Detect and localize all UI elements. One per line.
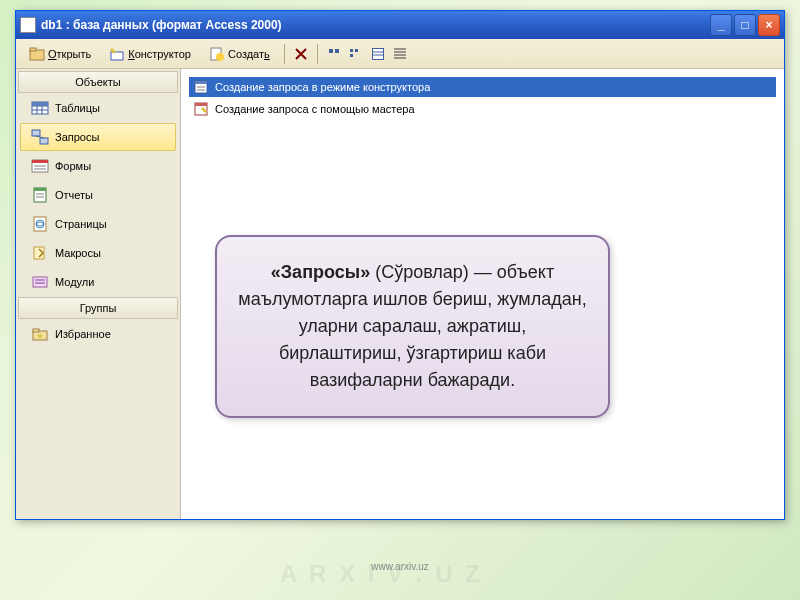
sidebar-item-label: Отчеты xyxy=(55,189,93,201)
sidebar-item-macros[interactable]: Макросы xyxy=(20,239,176,267)
open-icon xyxy=(29,46,45,62)
macro-icon xyxy=(31,245,49,261)
sidebar: Объекты Таблицы Запросы Формы xyxy=(16,69,181,519)
create-label: Создать xyxy=(228,48,270,60)
toolbar-separator xyxy=(284,44,285,64)
toolbar: Открыть Конструктор Создать xyxy=(16,39,784,69)
titlebar: db1 : база данных (формат Access 2000) _… xyxy=(16,11,784,39)
svg-rect-11 xyxy=(373,49,383,59)
app-icon xyxy=(20,17,36,33)
svg-rect-48 xyxy=(195,103,207,106)
sidebar-item-favorites[interactable]: Избранное xyxy=(20,320,176,348)
sidebar-item-queries[interactable]: Запросы xyxy=(20,123,176,151)
svg-rect-25 xyxy=(40,138,48,144)
svg-rect-30 xyxy=(34,168,46,170)
report-icon xyxy=(31,187,49,203)
footer-url: www.arxiv.uz xyxy=(371,561,429,572)
create-icon xyxy=(209,46,225,62)
form-icon xyxy=(31,158,49,174)
query-icon xyxy=(31,129,49,145)
svg-rect-29 xyxy=(34,165,46,167)
design-icon xyxy=(109,46,125,62)
sidebar-item-label: Таблицы xyxy=(55,102,100,114)
sidebar-item-label: Формы xyxy=(55,160,91,172)
create-query-wizard-item[interactable]: Создание запроса с помощью мастера xyxy=(189,99,776,119)
sidebar-item-label: Избранное xyxy=(55,328,111,340)
favorites-icon xyxy=(31,326,49,342)
sidebar-item-modules[interactable]: Модули xyxy=(20,268,176,296)
maximize-button[interactable]: □ xyxy=(734,14,756,36)
sidebar-item-pages[interactable]: Страницы xyxy=(20,210,176,238)
large-icons-view-icon[interactable] xyxy=(327,47,341,61)
sidebar-item-reports[interactable]: Отчеты xyxy=(20,181,176,209)
sidebar-item-tables[interactable]: Таблицы xyxy=(20,94,176,122)
callout-text: «Запросы» (Сўровлар) — объект маълумотла… xyxy=(238,262,586,390)
svg-rect-6 xyxy=(335,49,339,53)
svg-rect-24 xyxy=(32,130,40,136)
page-icon xyxy=(31,216,49,232)
svg-rect-44 xyxy=(195,81,207,84)
svg-rect-7 xyxy=(350,49,353,52)
table-icon xyxy=(31,100,49,116)
window-title: db1 : база данных (формат Access 2000) xyxy=(41,18,710,32)
svg-rect-38 xyxy=(33,277,47,287)
list-view-icon[interactable] xyxy=(371,47,385,61)
module-icon xyxy=(31,274,49,290)
svg-rect-1 xyxy=(30,48,36,51)
design-label: Конструктор xyxy=(128,48,191,60)
open-label: Открыть xyxy=(48,48,91,60)
design-button[interactable]: Конструктор xyxy=(102,43,198,65)
svg-rect-28 xyxy=(32,160,48,163)
svg-rect-32 xyxy=(34,188,46,191)
create-query-design-item[interactable]: Создание запроса в режиме конструктора xyxy=(189,77,776,97)
create-button[interactable]: Создать xyxy=(202,43,277,65)
details-view-icon[interactable] xyxy=(393,47,407,61)
wizard-icon xyxy=(193,79,209,95)
svg-point-4 xyxy=(216,53,224,61)
open-button[interactable]: Открыть xyxy=(22,43,98,65)
wizard-icon xyxy=(193,101,209,117)
sidebar-item-label: Страницы xyxy=(55,218,107,230)
sidebar-header-groups[interactable]: Группы xyxy=(18,297,178,319)
close-button[interactable]: × xyxy=(758,14,780,36)
minimize-button[interactable]: _ xyxy=(710,14,732,36)
sidebar-item-label: Модули xyxy=(55,276,94,288)
sidebar-item-label: Запросы xyxy=(55,131,99,143)
svg-rect-5 xyxy=(329,49,333,53)
sidebar-item-label: Макросы xyxy=(55,247,101,259)
list-item-label: Создание запроса с помощью мастера xyxy=(215,103,415,115)
svg-rect-23 xyxy=(32,102,48,106)
svg-rect-8 xyxy=(350,54,353,57)
toolbar-separator xyxy=(317,44,318,64)
small-icons-view-icon[interactable] xyxy=(349,47,363,61)
list-item-label: Создание запроса в режиме конструктора xyxy=(215,81,430,93)
svg-rect-42 xyxy=(33,329,39,332)
window-controls: _ □ × xyxy=(710,14,780,36)
svg-rect-2 xyxy=(111,52,123,60)
sidebar-item-forms[interactable]: Формы xyxy=(20,152,176,180)
delete-icon[interactable] xyxy=(294,47,308,61)
sidebar-header-objects[interactable]: Объекты xyxy=(18,71,178,93)
svg-rect-9 xyxy=(355,49,358,52)
explanation-callout: «Запросы» (Сўровлар) — объект маълумотла… xyxy=(215,235,610,418)
